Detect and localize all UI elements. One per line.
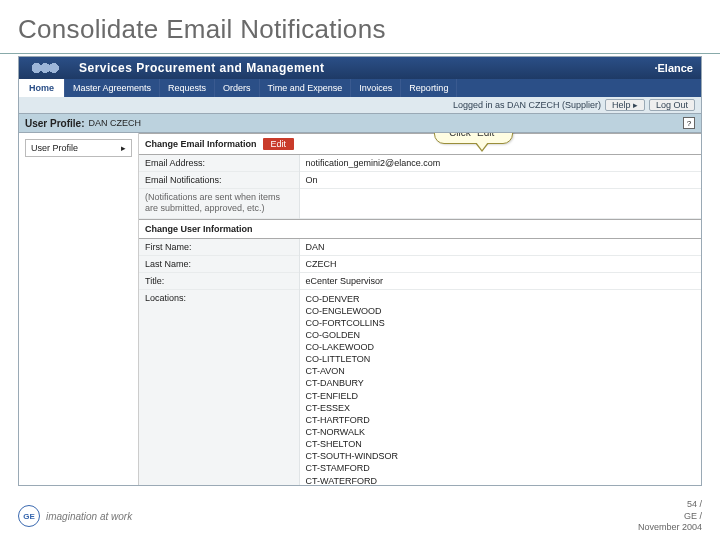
title-value: eCenter Supervisor <box>299 272 701 289</box>
nav-requests[interactable]: Requests <box>160 79 215 97</box>
sidebar-item-label: User Profile <box>31 143 78 153</box>
table-row: First Name: DAN <box>139 239 701 256</box>
email-address-value: notification_gemini2@elance.com <box>299 155 701 172</box>
section-change-user: Change User Information <box>139 219 701 239</box>
locations-value: CO-DENVERCO-ENGLEWOODCO-FORTCOLLINSCO-GO… <box>299 289 701 485</box>
sidebar-item-user-profile[interactable]: User Profile ▸ <box>25 139 132 157</box>
title-label: Title: <box>139 272 299 289</box>
table-row: Last Name: CZECH <box>139 255 701 272</box>
body: User Profile ▸ Click "Edit" Change Email… <box>19 133 701 485</box>
user-form: First Name: DAN Last Name: CZECH Title: … <box>139 239 701 486</box>
ge-tagline: imagination at work <box>46 511 132 522</box>
ge-rings-icon <box>25 60 73 76</box>
profile-label: User Profile: <box>25 118 84 129</box>
sidebar: User Profile ▸ <box>19 133 139 485</box>
help-icon[interactable]: ? <box>683 117 695 129</box>
logout-button[interactable]: Log Out <box>649 99 695 111</box>
nav-time-expense[interactable]: Time and Expense <box>260 79 352 97</box>
slide-title: Consolidate Email Notifications <box>0 0 720 49</box>
edit-button[interactable]: Edit <box>263 138 295 150</box>
main-panel: Click "Edit" Change Email Information Ed… <box>139 133 701 485</box>
first-name-label: First Name: <box>139 239 299 256</box>
nav-reporting[interactable]: Reporting <box>401 79 457 97</box>
table-row: Title: eCenter Supervisor <box>139 272 701 289</box>
nav-invoices[interactable]: Invoices <box>351 79 401 97</box>
nav-home[interactable]: Home <box>19 79 65 97</box>
table-row: Locations: CO-DENVERCO-ENGLEWOODCO-FORTC… <box>139 289 701 485</box>
ge-brand: GE imagination at work <box>18 505 132 527</box>
logged-in-text: Logged in as DAN CZECH (Supplier) <box>453 100 601 110</box>
callout-click-edit: Click "Edit" <box>434 133 513 144</box>
email-note: (Notifications are sent when items are s… <box>139 189 299 219</box>
footer-meta: 54 / GE / November 2004 <box>638 499 702 534</box>
nav-master-agreements[interactable]: Master Agreements <box>65 79 160 97</box>
profile-name: DAN CZECH <box>88 118 141 128</box>
app-window: Services Procurement and Management ·Ela… <box>18 56 702 486</box>
email-address-label: Email Address: <box>139 155 299 172</box>
last-name-value: CZECH <box>299 255 701 272</box>
top-nav: Home Master Agreements Requests Orders T… <box>19 79 701 97</box>
locations-label: Locations: <box>139 289 299 485</box>
ge-logo-icon: GE <box>18 505 40 527</box>
nav-orders[interactable]: Orders <box>215 79 260 97</box>
last-name-label: Last Name: <box>139 255 299 272</box>
page-number: 54 / <box>638 499 702 511</box>
help-button[interactable]: Help ▸ <box>605 99 645 111</box>
chevron-right-icon: ▸ <box>121 143 126 153</box>
sub-nav: Logged in as DAN CZECH (Supplier) Help ▸… <box>19 97 701 113</box>
table-row: (Notifications are sent when items are s… <box>139 189 701 219</box>
footer-date: November 2004 <box>638 522 702 534</box>
company-short: GE / <box>638 511 702 523</box>
section-change-email: Change Email Information Edit <box>139 133 701 155</box>
email-notif-value: On <box>299 172 701 189</box>
app-banner: Services Procurement and Management ·Ela… <box>19 57 701 79</box>
brand-label: ·Elance <box>654 62 693 74</box>
profile-bar: User Profile: DAN CZECH ? <box>19 113 701 133</box>
banner-title: Services Procurement and Management <box>79 61 325 75</box>
first-name-value: DAN <box>299 239 701 256</box>
email-notif-label: Email Notifications: <box>139 172 299 189</box>
title-divider <box>0 53 720 54</box>
email-form: Email Address: notification_gemini2@elan… <box>139 155 701 219</box>
section-header-label: Change Email Information <box>145 139 257 149</box>
section-header-label: Change User Information <box>145 224 253 234</box>
slide-footer: GE imagination at work 54 / GE / Novembe… <box>18 499 702 534</box>
table-row: Email Address: notification_gemini2@elan… <box>139 155 701 172</box>
table-row: Email Notifications: On <box>139 172 701 189</box>
